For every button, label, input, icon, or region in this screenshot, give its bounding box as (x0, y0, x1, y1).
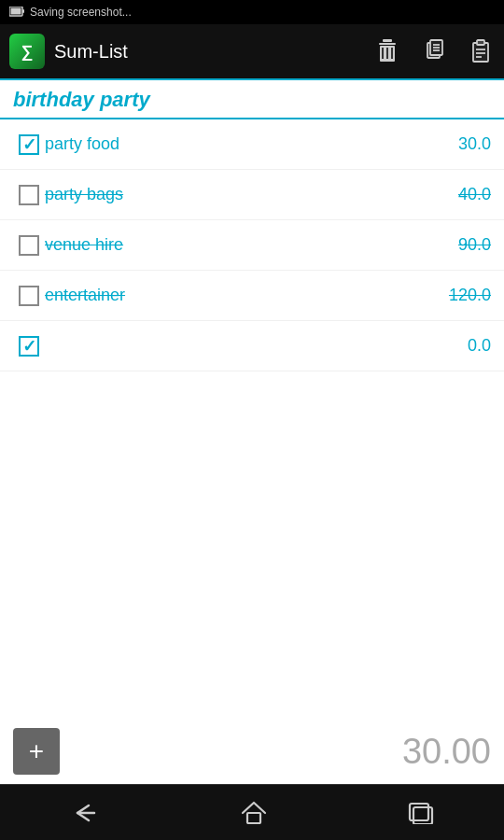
svg-rect-3 (383, 39, 392, 42)
svg-rect-4 (379, 43, 396, 45)
item-value-4: 120.0 (435, 286, 491, 305)
item-label-3: venue hire (45, 235, 435, 255)
app-title: Sum-List (54, 41, 373, 63)
svg-rect-15 (477, 40, 484, 45)
list-items: ✓ party food 30.0 party bags 40.0 venue … (0, 119, 504, 719)
checkbox-1[interactable]: ✓ (19, 134, 39, 155)
checkbox-area[interactable] (13, 185, 45, 205)
item-value-1: 30.0 (435, 134, 491, 154)
main-content: birthday party ✓ party food 30.0 party b… (0, 80, 504, 784)
checkbox-area[interactable]: ✓ (13, 134, 45, 155)
item-value-5: 0.0 (435, 336, 491, 356)
list-item: venue hire 90.0 (0, 220, 504, 271)
checkbox-4[interactable] (19, 286, 39, 306)
list-item: party bags 40.0 (0, 170, 504, 220)
home-button[interactable] (222, 793, 286, 833)
total-area: + 30.00 (0, 719, 504, 784)
checkmark-1: ✓ (22, 136, 36, 153)
item-label-2: party bags (45, 185, 435, 204)
item-value-3: 90.0 (435, 235, 491, 255)
svg-rect-6 (382, 48, 384, 59)
list-item: ✓ 0.0 (0, 321, 504, 371)
list-item: ✓ party food 30.0 (0, 119, 504, 170)
list-title-area: birthday party (0, 80, 504, 119)
svg-rect-14 (473, 43, 488, 62)
top-bar-actions (373, 35, 495, 67)
checkbox-area[interactable] (13, 235, 45, 256)
svg-rect-1 (11, 8, 21, 15)
checkbox-3[interactable] (19, 235, 39, 256)
paste-button[interactable] (467, 35, 495, 67)
svg-rect-19 (247, 813, 260, 823)
app-logo: ∑ (9, 34, 45, 69)
status-bar: Saving screenshot... (0, 0, 504, 24)
back-button[interactable] (51, 794, 119, 832)
checkbox-2[interactable] (19, 185, 39, 205)
bottom-nav (0, 784, 504, 840)
top-bar: ∑ Sum-List (0, 24, 504, 80)
item-label-1: party food (45, 134, 435, 154)
status-bar-icon (9, 7, 24, 18)
checkbox-area[interactable]: ✓ (13, 336, 45, 357)
delete-button[interactable] (373, 35, 401, 67)
checkbox-5[interactable]: ✓ (19, 336, 39, 357)
copy-button[interactable] (420, 35, 448, 67)
status-bar-text: Saving screenshot... (30, 6, 132, 19)
item-value-2: 40.0 (435, 185, 491, 204)
item-label-4: entertainer (45, 286, 435, 305)
recents-button[interactable] (389, 794, 453, 832)
checkmark-5: ✓ (22, 338, 36, 355)
list-item: entertainer 120.0 (0, 271, 504, 321)
add-item-button[interactable]: + (13, 728, 60, 775)
svg-rect-7 (386, 48, 388, 59)
total-value: 30.00 (60, 732, 491, 772)
list-title: birthday party (13, 88, 150, 111)
svg-rect-2 (22, 9, 24, 13)
svg-rect-8 (391, 48, 393, 59)
checkbox-area[interactable] (13, 286, 45, 306)
